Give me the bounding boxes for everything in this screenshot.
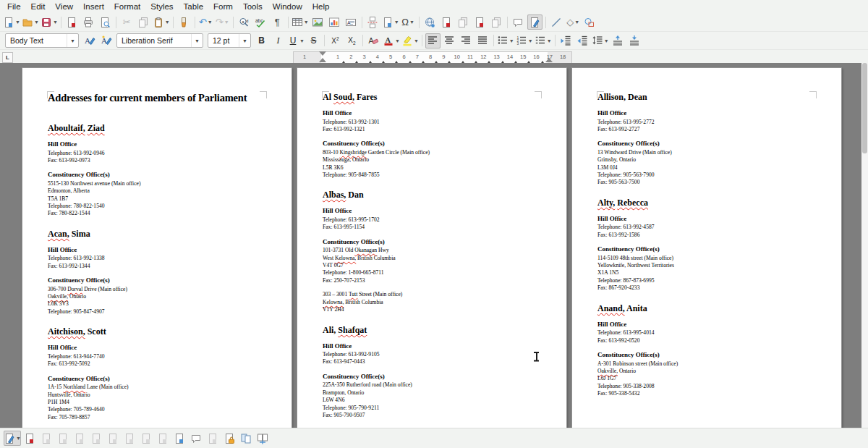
new-style-icon[interactable]: A [98, 33, 114, 48]
highlight-color-button[interactable]: ▼ [401, 33, 419, 48]
save-icon[interactable]: ▼ [41, 14, 58, 30]
font-size-combo[interactable]: 12 pt ▼ [208, 33, 251, 48]
font-color-button[interactable]: A▼ [383, 33, 400, 48]
bold-button[interactable]: B [254, 33, 269, 48]
insert-footnote-icon[interactable] [439, 14, 454, 30]
dropdown-arrow-icon[interactable]: ▼ [509, 38, 514, 43]
page-3[interactable]: Allison, DeanHill OfficeTelephone: 613-9… [571, 67, 842, 428]
line-spacing-button[interactable]: ▼ [592, 33, 609, 48]
menu-item-help[interactable]: Help [307, 1, 335, 12]
print-preview-icon[interactable] [98, 14, 113, 30]
comment-icon[interactable] [189, 431, 204, 446]
merge-document-icon[interactable] [255, 431, 271, 446]
page-text[interactable]: Allison, DeanHill OfficeTelephone: 613-9… [597, 92, 817, 398]
align-right-button[interactable] [459, 33, 474, 48]
menu-item-insert[interactable]: Insert [78, 1, 109, 12]
special-character-icon[interactable]: Ω▼ [401, 14, 416, 30]
menu-item-table[interactable]: Table [179, 1, 209, 12]
dropdown-arrow-icon[interactable]: ▼ [528, 38, 533, 43]
paragraph-style-combo[interactable]: Body Text ▼ [5, 33, 79, 48]
dropdown-arrow-icon[interactable]: ▼ [224, 20, 229, 25]
insert-chart-icon[interactable] [327, 14, 342, 30]
insert-endnote-icon[interactable] [456, 14, 471, 30]
insert-table-icon[interactable]: ▼ [292, 14, 309, 30]
basic-shapes-icon[interactable]: ◇▼ [566, 14, 581, 30]
numbered-list-button[interactable]: 123▼ [516, 33, 533, 48]
increase-indent-button[interactable] [558, 33, 574, 48]
undo-icon[interactable]: ↶▼ [198, 14, 213, 30]
subscript-button[interactable]: X2 [344, 33, 359, 48]
export-pdf-icon[interactable] [64, 14, 80, 30]
spelling-icon[interactable]: abc [253, 14, 268, 30]
dropdown-arrow-icon[interactable]: ▼ [395, 38, 400, 43]
decrease-indent-button[interactable] [575, 33, 590, 48]
insert-comment-icon[interactable] [511, 14, 526, 30]
underline-button[interactable]: U▼ [287, 33, 305, 48]
chevron-down-icon[interactable]: ▼ [191, 34, 203, 47]
insert-textbox-icon[interactable]: A [344, 14, 359, 30]
insert-field-icon[interactable]: ▼ [382, 14, 399, 30]
dropdown-arrow-icon[interactable]: ▼ [16, 436, 21, 441]
dropdown-arrow-icon[interactable]: ▼ [299, 38, 305, 43]
insert-line-icon[interactable] [549, 14, 564, 30]
bullet-list-button[interactable]: ▼ [497, 33, 514, 48]
page-text[interactable]: Al Soud, FaresHill OfficeTelephone: 613-… [323, 92, 542, 419]
dropdown-arrow-icon[interactable]: ▼ [15, 20, 20, 25]
draw-functions-icon[interactable] [582, 14, 597, 30]
page-break-icon[interactable] [365, 14, 380, 30]
font-name-combo[interactable]: Liberation Serif ▼ [116, 33, 203, 48]
strikethrough-button[interactable]: S [306, 33, 321, 48]
menu-item-styles[interactable]: Styles [145, 1, 178, 12]
menu-item-file[interactable]: File [2, 1, 26, 12]
formatting-marks-icon[interactable]: ¶ [270, 14, 285, 30]
print-icon[interactable] [81, 14, 96, 30]
page-1[interactable]: Addresses for current members of Parliam… [22, 67, 292, 428]
document-area[interactable]: Addresses for current members of Parliam… [0, 63, 868, 428]
new-document-icon[interactable]: ▼ [3, 14, 20, 30]
menu-item-form[interactable]: Form [208, 1, 238, 12]
dropdown-arrow-icon[interactable]: ▼ [304, 20, 309, 25]
record-changes-icon[interactable]: ▼ [4, 431, 21, 446]
outline-list-button[interactable]: ▼ [535, 33, 552, 48]
align-left-button[interactable] [425, 33, 441, 48]
menu-item-tools[interactable]: Tools [238, 1, 268, 12]
page-2[interactable]: Al Soud, FaresHill OfficeTelephone: 613-… [297, 67, 567, 428]
dropdown-arrow-icon[interactable]: ▼ [34, 20, 39, 25]
dropdown-arrow-icon[interactable]: ▼ [409, 20, 414, 25]
insert-image-icon[interactable] [310, 14, 326, 30]
para-space-decrease-button[interactable] [627, 33, 642, 48]
scrollbar-thumb[interactable] [862, 63, 867, 153]
open-icon[interactable]: ▼ [22, 14, 39, 30]
track-changes-icon[interactable] [527, 14, 542, 30]
cross-reference-icon[interactable] [489, 14, 504, 30]
menu-item-format[interactable]: Format [109, 1, 145, 12]
align-center-button[interactable] [442, 33, 457, 48]
para-space-increase-button[interactable] [610, 33, 626, 48]
clone-formatting-icon[interactable] [176, 14, 192, 30]
menu-item-window[interactable]: Window [268, 1, 307, 12]
dropdown-arrow-icon[interactable]: ▼ [165, 20, 170, 25]
update-style-icon[interactable]: A [82, 33, 97, 48]
italic-button[interactable]: I [271, 33, 286, 48]
dropdown-arrow-icon[interactable]: ▼ [208, 20, 213, 25]
manage-changes-icon[interactable] [172, 431, 187, 446]
compare-document-icon[interactable] [239, 431, 254, 446]
chevron-down-icon[interactable]: ▼ [239, 34, 250, 47]
dropdown-arrow-icon[interactable]: ▼ [394, 20, 399, 25]
protect-changes-icon[interactable] [222, 431, 237, 446]
find-replace-icon[interactable]: ad [237, 14, 252, 30]
horizontal-ruler[interactable]: 1123456789101112131415161718 [293, 51, 572, 64]
menu-item-view[interactable]: View [50, 1, 78, 12]
dropdown-arrow-icon[interactable]: ▼ [574, 20, 579, 25]
page-text[interactable]: Addresses for current members of Parliam… [48, 92, 268, 421]
justify-button[interactable] [475, 33, 490, 48]
dropdown-arrow-icon[interactable]: ▼ [547, 38, 552, 43]
dropdown-arrow-icon[interactable]: ▼ [414, 38, 419, 43]
show-changes-icon[interactable] [22, 431, 38, 446]
chevron-down-icon[interactable]: ▼ [67, 34, 78, 47]
insert-hyperlink-icon[interactable] [422, 14, 438, 30]
menu-item-edit[interactable]: Edit [26, 1, 51, 12]
insert-bookmark-icon[interactable] [472, 14, 488, 30]
dropdown-arrow-icon[interactable]: ▼ [604, 38, 609, 43]
tab-stop-type-selector[interactable]: L [2, 52, 13, 63]
